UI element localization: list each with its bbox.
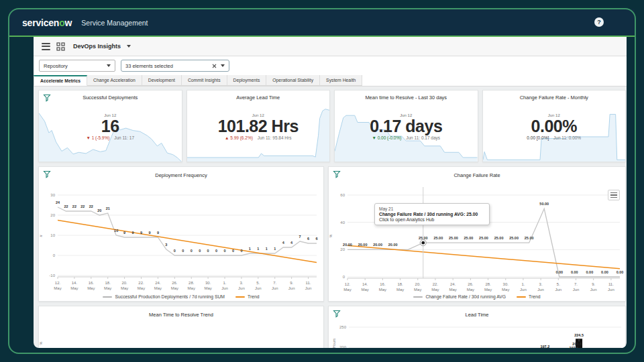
- svg-text:0.00: 0.00: [571, 270, 578, 274]
- svg-text:0: 0: [191, 249, 193, 253]
- svg-text:20: 20: [340, 247, 345, 251]
- chart-title: Deployment Frequency: [39, 167, 323, 180]
- filter-funnel-icon[interactable]: [43, 170, 51, 178]
- svg-text:14.: 14.: [362, 282, 368, 286]
- chart-card-change-failure-rate[interactable]: Change Failure Rate % 604020012.May14.Ma…: [328, 166, 626, 302]
- svg-text:25.00: 25.00: [494, 236, 504, 240]
- svg-text:1: 1: [249, 247, 251, 251]
- svg-text:26.: 26.: [172, 281, 178, 285]
- svg-text:0: 0: [174, 249, 176, 253]
- kpi-card-mean-time-to-resolve[interactable]: Mean time to Resolve - Last 30 days Jun …: [334, 90, 478, 162]
- legend-item[interactable]: Trend: [517, 294, 541, 299]
- svg-text:1: 1: [266, 247, 268, 251]
- tab-operational-stability[interactable]: Operational Stability: [266, 75, 320, 86]
- product-name: Service Management: [81, 19, 148, 27]
- kpi-delta: ▼ 1 (-5.9%): [86, 135, 109, 140]
- chevron-down-icon[interactable]: [127, 45, 131, 48]
- chart-card-deployment-frequency[interactable]: Deployment Frequency # 3020100-1012.May1…: [38, 166, 324, 302]
- kpi-card-successful-deployments[interactable]: Successful Deployments Jun 12 16 ▼ 1 (-5…: [38, 90, 182, 162]
- filter-funnel-icon[interactable]: [43, 94, 51, 102]
- kpi-value: 0.17 days: [335, 117, 478, 135]
- svg-text:May: May: [121, 286, 128, 290]
- svg-text:May: May: [379, 288, 386, 292]
- legend-item[interactable]: Successful Production Deployments / 7d r…: [103, 294, 225, 299]
- svg-text:0.00: 0.00: [616, 270, 624, 274]
- svg-text:0: 0: [53, 253, 56, 257]
- tab-change-acceleration[interactable]: Change Acceleration: [87, 75, 142, 86]
- svg-text:May: May: [188, 286, 195, 290]
- y-axis-title: %: [329, 235, 333, 238]
- svg-text:200: 200: [339, 345, 347, 348]
- tooltip-series: Change Failure Rate / 30d running AVG: [379, 212, 464, 217]
- svg-text:22.: 22.: [433, 282, 439, 286]
- dashboard-grid-icon[interactable]: [56, 42, 65, 51]
- svg-text:11.: 11.: [306, 281, 311, 285]
- svg-text:20: 20: [50, 213, 55, 217]
- svg-text:1.: 1.: [223, 281, 227, 285]
- svg-text:0.00: 0.00: [601, 270, 608, 274]
- dashboard-navbar: DevOps Insights: [34, 37, 627, 56]
- svg-text:0: 0: [240, 249, 242, 253]
- change-failure-rate-plot[interactable]: 604020012.May14.May16.May18.May20.May22.…: [329, 180, 625, 296]
- svg-text:Jun: Jun: [305, 286, 312, 290]
- help-icon[interactable]: ?: [594, 17, 604, 27]
- svg-text:0: 0: [215, 249, 217, 253]
- filter-type-select[interactable]: Repository: [39, 60, 115, 72]
- svg-text:30.: 30.: [503, 282, 509, 286]
- tab-deployments[interactable]: Deployments: [227, 75, 267, 86]
- tab-accelerate-metrics[interactable]: Accelerate Metrics: [34, 75, 87, 86]
- lead-time-plot[interactable]: 250200197.2224.5203.6190.0192.8: [329, 320, 625, 348]
- kpi-title: Average Lead Time: [187, 90, 330, 101]
- svg-text:4: 4: [290, 241, 293, 245]
- svg-text:192.8: 192.8: [569, 346, 578, 348]
- tab-system-health[interactable]: System Health: [320, 75, 362, 86]
- legend-item[interactable]: Trend: [235, 294, 260, 299]
- filter-funnel-icon[interactable]: [333, 170, 341, 178]
- clear-selection-icon[interactable]: [212, 64, 217, 68]
- svg-text:20.00: 20.00: [343, 243, 352, 247]
- chart-context-menu-icon[interactable]: [608, 190, 620, 200]
- svg-text:197.2: 197.2: [540, 345, 549, 348]
- svg-text:18.: 18.: [397, 282, 403, 286]
- svg-text:12.: 12.: [345, 282, 351, 286]
- svg-text:May: May: [343, 288, 351, 292]
- deployment-frequency-plot[interactable]: 3020100-1012.May14.May16.May18.May20.May…: [39, 180, 323, 296]
- kpi-card-change-failure-rate[interactable]: Change Failure Rate - Monthly Jun 12 0.0…: [482, 90, 627, 162]
- tab-commit-insights[interactable]: Commit Insights: [182, 75, 227, 86]
- chart-card-mttr-trend[interactable]: Mean Time to Resolve Trend %: [38, 306, 324, 348]
- svg-text:224.5: 224.5: [574, 333, 584, 337]
- svg-text:22: 22: [89, 204, 93, 208]
- chart-card-lead-time[interactable]: Lead Time Hours 250200197.2224.5203.6190…: [328, 306, 626, 348]
- elements-multiselect[interactable]: 33 elements selected: [121, 60, 229, 72]
- svg-text:26.: 26.: [468, 282, 474, 286]
- svg-text:22: 22: [72, 204, 76, 208]
- svg-text:Jun: Jun: [573, 288, 580, 292]
- y-axis-title: #: [39, 235, 43, 237]
- svg-text:0: 0: [207, 249, 209, 253]
- svg-text:25.00: 25.00: [464, 236, 474, 240]
- svg-text:Jun: Jun: [608, 288, 614, 292]
- dashboard-title[interactable]: DevOps Insights: [73, 43, 121, 50]
- svg-text:25.00: 25.00: [479, 236, 488, 240]
- svg-text:25.00: 25.00: [525, 236, 534, 240]
- svg-text:9: 9: [157, 231, 159, 235]
- logo-green-o: o: [59, 17, 64, 28]
- legend-item[interactable]: Change Failure Rate / 30d running AVG: [413, 294, 506, 299]
- y-axis-title: Hours: [332, 339, 336, 348]
- chart-tooltip[interactable]: May 21 Change Failure Rate / 30d running…: [374, 203, 490, 225]
- svg-text:1: 1: [274, 247, 276, 251]
- menu-icon[interactable]: [42, 43, 50, 50]
- svg-text:6: 6: [315, 237, 317, 241]
- filter-funnel-icon[interactable]: [333, 310, 341, 318]
- svg-text:4: 4: [282, 241, 285, 245]
- svg-text:22.: 22.: [138, 281, 144, 285]
- chevron-down-icon: [107, 64, 111, 67]
- chevron-down-icon[interactable]: [221, 64, 225, 67]
- svg-text:28.: 28.: [485, 282, 491, 286]
- svg-text:0.00: 0.00: [555, 270, 563, 274]
- svg-text:-10: -10: [49, 274, 55, 278]
- kpi-card-average-lead-time[interactable]: Average Lead Time Jun 12 101.82 Hrs ▲ 5.…: [186, 90, 331, 162]
- charts-row: Deployment Frequency # 3020100-1012.May1…: [38, 166, 626, 302]
- svg-text:3.: 3.: [539, 282, 543, 286]
- tab-development[interactable]: Development: [142, 75, 182, 86]
